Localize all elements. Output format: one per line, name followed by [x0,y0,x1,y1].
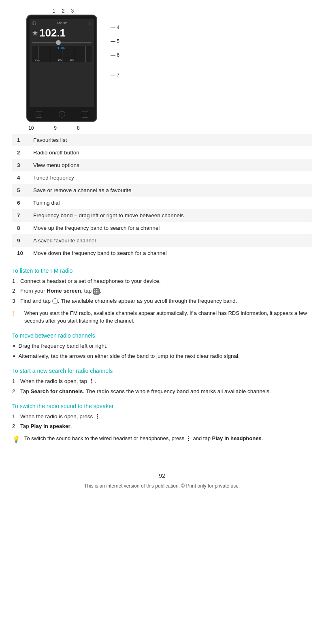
table-row: 1 Favourites list [12,134,312,146]
table-num: 3 [12,159,28,171]
search-step-2: 2 Tap Search for channels. The radio sca… [12,387,312,396]
speaker-step-1: 1 When the radio is open, press ⋮. [12,413,312,421]
move-bullet-1: Drag the frequency band left or right. [12,342,312,351]
tip-icon: 💡 [12,434,21,444]
top-num-1: 1 [53,8,55,14]
radio-bands: 101 102 103 ▼ 102.1 [32,46,92,62]
callout-6: — 6 [111,52,119,58]
bottom-label-8: 8 [77,125,80,131]
table-num: 5 [12,184,28,197]
section-search-heading: To start a new search for radio channels [12,368,312,374]
table-num: 10 [12,247,28,259]
phone-screen: 🎧 MONO ⋮ ★ 102.1 [30,19,94,107]
fm-step-1: 1 Connect a headset or a set of headphon… [12,277,312,285]
table-desc: Move up the frequency band to search for… [28,222,312,234]
table-num: 6 [12,197,28,209]
search-step-1: 1 When the radio is open, tap ⋮. [12,377,312,385]
page-content: 1 2 3 🎧 MONO ⋮ ★ 102.1 [0,0,324,505]
phone-mockup: 🎧 MONO ⋮ ★ 102.1 [26,15,97,122]
table-num: 4 [12,171,28,184]
radio-frequency: ★ 102.1 [32,27,92,39]
feature-table: 1 Favourites list 2 Radio on/off button … [12,134,312,259]
diagram-wrapper: 1 2 3 🎧 MONO ⋮ ★ 102.1 [12,8,174,132]
fm-steps: 1 Connect a headset or a set of headphon… [12,277,312,305]
table-num: 8 [12,222,28,234]
speaker-tip-text: To switch the sound back to the wired he… [24,434,263,443]
move-bullets: Drag the frequency band left or right. A… [12,342,312,361]
table-num: 7 [12,209,28,222]
table-num: 9 [12,234,28,247]
table-row: 7 Frequency band – drag left or right to… [12,209,312,222]
table-desc: Frequency band – drag left or right to m… [28,209,312,222]
fm-note: ! When you start the FM radio, available… [12,309,312,325]
speaker-steps: 1 When the radio is open, press ⋮. 2 Tap… [12,413,312,431]
fm-note-text: When you start the FM radio, available c… [24,309,312,325]
bottom-label-9: 9 [54,125,57,131]
top-num-3: 3 [71,8,74,14]
callout-4: — 4 [111,25,119,30]
move-bullet-2: Alternatively, tap the arrows on either … [12,352,312,361]
table-desc: View menu options [28,159,312,171]
table-row: 2 Radio on/off button [12,146,312,159]
section-speaker-heading: To switch the radio sound to the speaker [12,403,312,409]
search-steps: 1 When the radio is open, tap ⋮. 2 Tap S… [12,377,312,396]
table-num: 1 [12,134,28,146]
radio-slider [32,42,92,43]
top-numbers: 1 2 3 [53,8,174,14]
footer-legal: This is an internet version of this publ… [12,483,312,489]
bottom-label-10: 10 [28,125,34,131]
table-row: 6 Tuning dial [12,197,312,209]
callout-5: — 5 [111,39,119,44]
page-footer: 92 This is an internet version of this p… [12,469,312,489]
table-desc: Save or remove a channel as a favourite [28,184,312,197]
top-num-2: 2 [62,8,65,14]
speaker-step-2: 2 Tap Play in speaker. [12,422,312,430]
table-row: 4 Tuned frequency [12,171,312,184]
fm-step-2: 2 From your Home screen, tap . [12,287,312,295]
table-desc: Move down the frequency band to search f… [28,247,312,259]
table-desc: Tuned frequency [28,171,312,184]
table-num: 2 [12,146,28,159]
phone-bottom-bar: ◀ ○ □ [27,107,96,121]
section-move-heading: To move between radio channels [12,332,312,339]
table-desc: A saved favourite channel [28,234,312,247]
table-row: 10 Move down the frequency band to searc… [12,247,312,259]
section-fm-heading: To listen to the FM radio [12,267,312,274]
table-row: 5 Save or remove a channel as a favourit… [12,184,312,197]
table-desc: Tuning dial [28,197,312,209]
bottom-labels: 10 9 8 [28,125,174,131]
table-desc: Radio on/off button [28,146,312,159]
table-row: 3 View menu options [12,159,312,171]
table-row: 9 A saved favourite channel [12,234,312,247]
fm-step-3: 3 Find and tap . The available channels … [12,297,312,305]
table-row: 8 Move up the frequency band to search f… [12,222,312,234]
page-number: 92 [12,473,312,479]
speaker-tip: 💡 To switch the sound back to the wired … [12,434,312,444]
radio-ui: 🎧 MONO ⋮ ★ 102.1 [30,19,94,64]
warning-icon: ! [12,308,21,319]
table-desc: Favourites list [28,134,312,146]
callout-7: — 7 [111,72,119,78]
